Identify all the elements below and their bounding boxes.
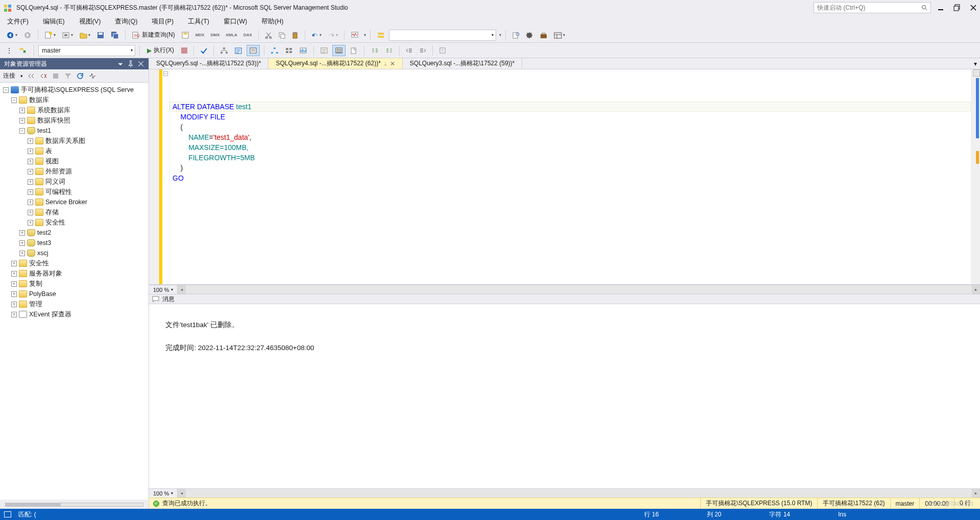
solution-configs-combo[interactable]: ▾: [389, 30, 496, 41]
expand-toggle[interactable]: +: [11, 271, 17, 277]
de-query-button[interactable]: [179, 30, 191, 41]
database-combo[interactable]: master▾: [38, 45, 135, 56]
connect-icon[interactable]: [27, 72, 35, 80]
expand-toggle[interactable]: +: [11, 261, 17, 266]
expand-toggle[interactable]: +: [28, 210, 33, 215]
xmla-button[interactable]: XMLA: [224, 30, 239, 41]
connect-label[interactable]: 连接: [3, 71, 15, 80]
open-file-button[interactable]: ▾: [77, 30, 92, 41]
editor-vscroll[interactable]: [971, 69, 980, 284]
tree-node[interactable]: +数据库快照: [1, 115, 148, 126]
code-editor[interactable]: − ALTER DATABASE test1 MODIFY FILE ( NAM…: [149, 69, 980, 285]
tree-node[interactable]: +安全性: [1, 258, 148, 268]
tree-node[interactable]: +test2: [1, 228, 148, 238]
expand-toggle[interactable]: −: [3, 87, 9, 93]
save-all-button[interactable]: [109, 30, 121, 41]
client-stats-button[interactable]: [297, 45, 309, 56]
menu-file[interactable]: 文件(F): [5, 16, 31, 27]
tree-node[interactable]: +xscj: [1, 248, 148, 258]
close-button[interactable]: [970, 4, 977, 11]
find-in-files-button[interactable]: [510, 30, 522, 41]
tree-node[interactable]: +安全性: [1, 217, 148, 228]
expand-toggle[interactable]: +: [19, 230, 25, 236]
panel-menu-icon[interactable]: [117, 60, 124, 67]
tree-hscroll[interactable]: [5, 503, 143, 507]
tree-node[interactable]: +可编程性: [1, 187, 148, 197]
decrease-indent-button[interactable]: [404, 45, 415, 56]
save-button[interactable]: [94, 30, 107, 41]
msg-hscroll[interactable]: ◂▸: [178, 489, 980, 498]
tree-node[interactable]: +系统数据库: [1, 105, 148, 115]
tree-node[interactable]: −数据库: [1, 95, 148, 105]
cut-button[interactable]: [263, 30, 274, 41]
results-grid-button[interactable]: [332, 45, 346, 56]
open-project-button[interactable]: ▾: [60, 30, 75, 41]
expand-toggle[interactable]: −: [19, 128, 25, 134]
expand-toggle[interactable]: +: [28, 138, 33, 144]
toolbox-button[interactable]: [537, 30, 550, 41]
properties-button[interactable]: [524, 30, 535, 41]
tree-node[interactable]: +PolyBase: [1, 289, 148, 299]
close-tab-icon[interactable]: ✕: [390, 60, 395, 67]
menu-view[interactable]: 视图(V): [77, 16, 103, 27]
expand-toggle[interactable]: +: [19, 108, 25, 113]
cancel-query-button[interactable]: [179, 45, 189, 56]
tree-node[interactable]: +XEvent 探查器: [1, 309, 148, 319]
dmx-button[interactable]: DMX: [208, 30, 222, 41]
activity-monitor-button[interactable]: [349, 30, 361, 41]
tree-node[interactable]: +管理: [1, 299, 148, 309]
restore-button[interactable]: [953, 4, 961, 11]
expand-toggle[interactable]: +: [28, 148, 33, 154]
expand-toggle[interactable]: +: [11, 291, 17, 297]
expand-toggle[interactable]: +: [28, 189, 33, 195]
outlining-margin[interactable]: −: [162, 69, 169, 284]
tree-node[interactable]: +表: [1, 146, 148, 156]
disconnect-icon[interactable]: [39, 72, 47, 80]
query-options-button[interactable]: [232, 45, 244, 56]
filter-icon[interactable]: [64, 72, 72, 80]
expand-toggle[interactable]: +: [11, 302, 17, 307]
live-stats-button[interactable]: [283, 45, 295, 56]
tree-node[interactable]: −手可摘棉花\SQLEXPRESS (SQL Serve: [1, 85, 148, 95]
results-file-button[interactable]: [348, 45, 360, 56]
expand-toggle[interactable]: +: [11, 281, 17, 287]
document-tab[interactable]: SQLQuery4.sql -...摘棉花\17522 (62))*⟂✕: [268, 58, 402, 69]
specify-template-button[interactable]: [437, 45, 448, 56]
tree-node[interactable]: +视图: [1, 156, 148, 166]
tree-node[interactable]: −test1: [1, 126, 148, 136]
tree-node[interactable]: +服务器对象: [1, 268, 148, 279]
tree-node[interactable]: +数据库关系图: [1, 136, 148, 146]
expand-toggle[interactable]: −: [11, 97, 17, 103]
tree-node[interactable]: +外部资源: [1, 166, 148, 177]
nav-back-button[interactable]: ▾: [4, 30, 19, 41]
comment-button[interactable]: [369, 45, 381, 56]
pin-icon[interactable]: [127, 60, 134, 67]
breakpoint-gutter[interactable]: [149, 69, 159, 284]
paste-button[interactable]: [289, 30, 301, 41]
menu-help[interactable]: 帮助(H): [259, 16, 285, 27]
display-plan-button[interactable]: [218, 45, 230, 56]
document-tab[interactable]: SQLQuery3.sql -...摘棉花\17522 (59))*: [403, 58, 522, 69]
code-zoom-combo[interactable]: 100 %▾: [149, 285, 178, 294]
code-hscroll[interactable]: ◂▸: [178, 285, 980, 294]
increase-indent-button[interactable]: [417, 45, 428, 56]
close-panel-icon[interactable]: [137, 60, 144, 67]
tabs-overflow-button[interactable]: ▾: [971, 58, 980, 69]
uncomment-button[interactable]: [383, 45, 395, 56]
expand-toggle[interactable]: +: [19, 118, 25, 123]
code-text[interactable]: ALTER DATABASE test1 MODIFY FILE ( NAME=…: [173, 102, 968, 183]
stop-icon[interactable]: [52, 72, 60, 80]
tree-node[interactable]: +复制: [1, 279, 148, 289]
expand-toggle[interactable]: +: [28, 169, 33, 175]
expand-toggle[interactable]: +: [28, 179, 33, 185]
pulse-icon[interactable]: [88, 72, 96, 80]
redo-button[interactable]: ▾: [326, 30, 340, 41]
parse-button[interactable]: [198, 45, 209, 56]
layout-button[interactable]: ▾: [552, 30, 567, 41]
change-connection-button[interactable]: [16, 45, 30, 56]
intellisense-button[interactable]: [247, 45, 260, 56]
object-tree[interactable]: −手可摘棉花\SQLEXPRESS (SQL Serve−数据库+系统数据库+数…: [0, 83, 149, 500]
mdx-button[interactable]: MDX: [193, 30, 207, 41]
quick-launch-input[interactable]: 快速启动 (Ctrl+Q): [814, 2, 931, 13]
copy-button[interactable]: [276, 30, 287, 41]
